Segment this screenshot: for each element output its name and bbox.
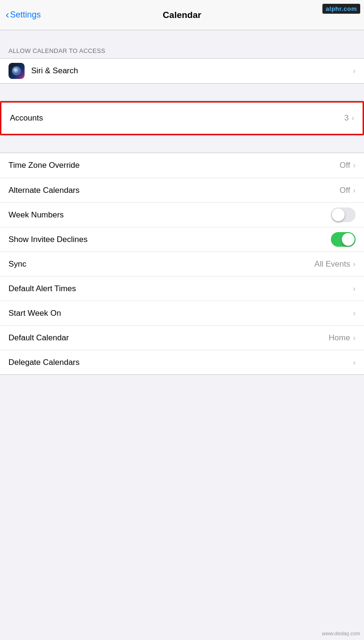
settings-group-allow-access: Siri & Search › bbox=[0, 58, 364, 84]
week-numbers-toggle-knob bbox=[332, 208, 345, 221]
default-calendar-chevron-icon: › bbox=[353, 334, 355, 342]
siri-icon bbox=[9, 63, 25, 79]
delegate-calendars-chevron-icon: › bbox=[353, 358, 355, 367]
settings-row-default-calendar[interactable]: Default Calendar Home › bbox=[0, 325, 364, 350]
week-numbers-toggle[interactable] bbox=[331, 208, 355, 222]
settings-row-week-numbers[interactable]: Week Numbers bbox=[0, 202, 364, 227]
sync-value: All Events bbox=[314, 259, 350, 269]
week-numbers-label: Week Numbers bbox=[9, 210, 331, 220]
siri-search-label: Siri & Search bbox=[31, 66, 353, 76]
default-alert-times-label: Default Alert Times bbox=[9, 284, 353, 294]
alternate-calendars-chevron-icon: › bbox=[353, 186, 355, 195]
settings-group-calendar: Time Zone Override Off › Alternate Calen… bbox=[0, 153, 364, 375]
brand-name: alphr bbox=[326, 5, 342, 12]
page-title: Calendar bbox=[163, 10, 201, 20]
show-invitee-declines-toggle-knob bbox=[342, 233, 355, 246]
default-calendar-label: Default Calendar bbox=[9, 333, 329, 343]
settings-group-accounts: Accounts 3 › bbox=[0, 101, 364, 136]
alternate-calendars-value: Off bbox=[339, 186, 350, 195]
spacer-2 bbox=[0, 136, 364, 153]
time-zone-override-value: Off bbox=[339, 161, 350, 170]
settings-row-start-week-on[interactable]: Start Week On › bbox=[0, 301, 364, 325]
accounts-chevron-icon: › bbox=[352, 114, 354, 122]
settings-row-show-invitee-declines[interactable]: Show Invitee Declines bbox=[0, 227, 364, 251]
watermark-logo: alphr.com bbox=[322, 4, 360, 14]
back-chevron-icon: ‹ bbox=[6, 9, 9, 21]
delegate-calendars-label: Delegate Calendars bbox=[9, 358, 353, 367]
alternate-calendars-label: Alternate Calendars bbox=[9, 186, 339, 195]
spacer-1 bbox=[0, 84, 364, 101]
show-invitee-declines-label: Show Invitee Declines bbox=[9, 235, 331, 244]
navigation-bar: ‹ Settings Calendar bbox=[0, 0, 364, 30]
settings-row-delegate-calendars[interactable]: Delegate Calendars › bbox=[0, 350, 364, 374]
back-label: Settings bbox=[10, 10, 41, 20]
back-button[interactable]: ‹ Settings bbox=[6, 9, 41, 21]
start-week-on-chevron-icon: › bbox=[353, 309, 355, 318]
settings-row-sync[interactable]: Sync All Events › bbox=[0, 251, 364, 276]
sync-label: Sync bbox=[9, 259, 314, 269]
settings-row-siri-search[interactable]: Siri & Search › bbox=[0, 59, 364, 83]
show-invitee-declines-toggle[interactable] bbox=[331, 232, 355, 247]
time-zone-override-label: Time Zone Override bbox=[9, 161, 339, 170]
brand-tld: .com bbox=[342, 5, 357, 12]
time-zone-override-chevron-icon: › bbox=[353, 161, 355, 170]
accounts-label: Accounts bbox=[10, 113, 344, 123]
sync-chevron-icon: › bbox=[353, 260, 355, 268]
siri-search-chevron-icon: › bbox=[353, 67, 355, 75]
settings-row-time-zone-override[interactable]: Time Zone Override Off › bbox=[0, 153, 364, 178]
default-alert-times-chevron-icon: › bbox=[353, 285, 355, 293]
section-header-allow-access: ALLOW CALENDAR TO ACCESS bbox=[0, 39, 364, 58]
spacer-top bbox=[0, 30, 364, 39]
start-week-on-label: Start Week On bbox=[9, 309, 353, 318]
default-calendar-value: Home bbox=[329, 333, 350, 343]
settings-row-accounts[interactable]: Accounts 3 › bbox=[0, 101, 364, 135]
watermark-bottom: www.dedaq.com bbox=[322, 631, 360, 636]
settings-row-default-alert-times[interactable]: Default Alert Times › bbox=[0, 276, 364, 301]
settings-row-alternate-calendars[interactable]: Alternate Calendars Off › bbox=[0, 178, 364, 202]
accounts-value: 3 bbox=[344, 113, 348, 123]
